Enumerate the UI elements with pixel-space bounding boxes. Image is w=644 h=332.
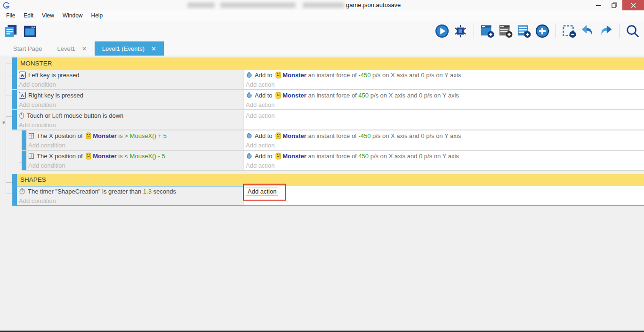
- text-segment: 0: [421, 132, 424, 139]
- toolbar-button-project-manager[interactable]: [3, 24, 18, 39]
- conditions-cell[interactable]: The X position of Monster is > MouseX() …: [26, 130, 243, 150]
- text-segment: key is pressed: [40, 72, 79, 79]
- actions-cell[interactable]: Add to Monster an instant force of 450 p…: [243, 90, 644, 109]
- add-action-button[interactable]: Add action: [246, 187, 278, 196]
- tab-start-page[interactable]: Start Page: [6, 41, 49, 56]
- event-row[interactable]: ALeft key is pressedAdd conditionAdd to …: [12, 70, 644, 90]
- tab-label: Level1 (Events): [102, 45, 145, 52]
- text-segment: Monster: [282, 72, 306, 79]
- redacted-title-text: [303, 2, 344, 8]
- text-segment: p/s on X axis and: [370, 72, 421, 79]
- menu-item-window[interactable]: Window: [58, 10, 87, 21]
- tab-label: Start Page: [13, 45, 42, 52]
- conditions-cell[interactable]: The timer "ShapeCreation" is greater tha…: [17, 186, 243, 205]
- position-icon: [28, 133, 34, 139]
- add-condition-button[interactable]: Add condition: [19, 120, 243, 130]
- event-row[interactable]: The X position of Monster is > MouseX() …: [22, 130, 644, 151]
- action[interactable]: Add to Monster an instant force of 450 p…: [246, 90, 644, 100]
- conditions-cell[interactable]: ALeft key is pressedAdd condition: [17, 70, 243, 89]
- text-segment: Monster: [93, 132, 117, 139]
- condition[interactable]: ALeft key is pressed: [19, 70, 243, 80]
- action[interactable]: Add to Monster an instant force of 450 p…: [246, 151, 644, 161]
- action[interactable]: Add to Monster an instant force of -450 …: [246, 131, 644, 140]
- toolbar-button-add-event[interactable]: [480, 24, 495, 39]
- mouse-icon: [19, 112, 24, 119]
- add-action-button[interactable]: Add action: [246, 80, 644, 89]
- tab-level1-events[interactable]: Level1 (Events)✕: [95, 41, 164, 56]
- toolbar-separator: [474, 24, 474, 38]
- tab-close-icon[interactable]: ✕: [151, 45, 156, 52]
- event-row[interactable]: The X position of Monster is < MouseX() …: [22, 151, 644, 171]
- tab-close-icon[interactable]: ✕: [82, 45, 87, 52]
- group-header-monster[interactable]: MONSTER: [12, 57, 644, 70]
- event-row[interactable]: The timer "ShapeCreation" is greater tha…: [12, 186, 644, 206]
- toolbar-button-add-subevent[interactable]: [516, 24, 531, 39]
- condition[interactable]: The X position of Monster is < MouseX() …: [28, 151, 243, 161]
- condition[interactable]: The X position of Monster is > MouseX() …: [28, 131, 243, 140]
- events-sheet: MONSTERALeft key is pressedAdd condition…: [0, 56, 644, 331]
- add-condition-button[interactable]: Add condition: [28, 161, 243, 170]
- menu-item-view[interactable]: View: [38, 10, 58, 21]
- close-button[interactable]: [622, 0, 644, 10]
- event-row[interactable]: Touch or Left mouse button is downAdd co…: [12, 110, 644, 130]
- tree-tick: [19, 162, 22, 163]
- add-action-button[interactable]: Add action: [246, 111, 644, 120]
- event-accent-bar: [12, 70, 17, 89]
- add-condition-button[interactable]: Add condition: [19, 196, 243, 205]
- redacted-title-text: [187, 2, 215, 8]
- text-segment: mouse button is down: [62, 112, 123, 119]
- conditions-cell[interactable]: ARight key is pressedAdd condition: [17, 90, 243, 109]
- force-hand-icon: [246, 72, 252, 78]
- minimize-button[interactable]: [590, 0, 606, 10]
- add-condition-button[interactable]: Add condition: [19, 100, 243, 109]
- toolbar-button-play[interactable]: [435, 24, 450, 39]
- window-title: game.json.autosave: [346, 1, 401, 8]
- toolbar-button-add-more[interactable]: [535, 24, 550, 39]
- collapse-arrow-icon[interactable]: ▼: [1, 121, 6, 125]
- menu-item-help[interactable]: Help: [87, 10, 107, 21]
- add-action-button[interactable]: Add action: [246, 100, 644, 109]
- actions-cell[interactable]: Add to Monster an instant force of 450 p…: [243, 151, 644, 170]
- menu-item-edit[interactable]: Edit: [19, 10, 38, 21]
- tree-tick: [6, 116, 12, 117]
- group-header-shapes[interactable]: SHAPES: [12, 174, 644, 186]
- toolbar-button-debugger[interactable]: [453, 24, 468, 39]
- tab-bar: Start PageLevel1✕Level1 (Events)✕: [0, 41, 644, 56]
- toolbar-button-scene-window[interactable]: [23, 24, 38, 39]
- add-condition-button[interactable]: Add condition: [19, 80, 243, 89]
- condition[interactable]: The timer "ShapeCreation" is greater tha…: [19, 186, 243, 196]
- condition[interactable]: Touch or Left mouse button is down: [19, 111, 243, 120]
- add-condition-button[interactable]: Add condition: [28, 140, 243, 150]
- tree-tick: [6, 194, 12, 194]
- restore-button[interactable]: [606, 0, 622, 10]
- add-action-button[interactable]: Add action: [246, 140, 644, 150]
- redacted-title-text: [220, 2, 296, 8]
- tab-level1[interactable]: Level1✕: [49, 41, 94, 56]
- text-segment: seconds: [152, 188, 176, 195]
- actions-cell[interactable]: Add to Monster an instant force of -450 …: [243, 70, 644, 89]
- add-event-icon: [480, 24, 494, 38]
- conditions-cell[interactable]: The X position of Monster is < MouseX() …: [26, 151, 243, 170]
- text-segment: "ShapeCreation": [56, 188, 101, 195]
- actions-cell[interactable]: Add action: [243, 110, 644, 130]
- toolbar-button-remove-selection[interactable]: [562, 24, 577, 39]
- text-segment: Right: [28, 92, 44, 99]
- menu-item-file[interactable]: File: [2, 10, 19, 21]
- toolbar-right: [435, 24, 644, 39]
- conditions-cell[interactable]: Touch or Left mouse button is downAdd co…: [17, 110, 243, 130]
- toolbar-button-search[interactable]: [625, 24, 640, 39]
- toolbar-button-undo[interactable]: [580, 24, 595, 39]
- add-action-button[interactable]: Add action: [246, 161, 644, 170]
- add-action-button[interactable]: Add action: [246, 186, 644, 196]
- tree-tick: [6, 182, 12, 183]
- add-comment-icon: [499, 24, 513, 38]
- toolbar-button-redo[interactable]: [598, 24, 613, 39]
- action[interactable]: Add to Monster an instant force of -450 …: [246, 70, 644, 80]
- toolbar-button-add-comment[interactable]: [498, 24, 513, 39]
- actions-cell[interactable]: Add action: [243, 186, 644, 205]
- text-segment: MouseX() + 5: [130, 132, 167, 139]
- actions-cell[interactable]: Add to Monster an instant force of -450 …: [243, 130, 644, 150]
- event-row[interactable]: ARight key is pressedAdd conditionAdd to…: [12, 90, 644, 110]
- condition[interactable]: ARight key is pressed: [19, 90, 243, 100]
- text-segment: Add to: [255, 92, 274, 99]
